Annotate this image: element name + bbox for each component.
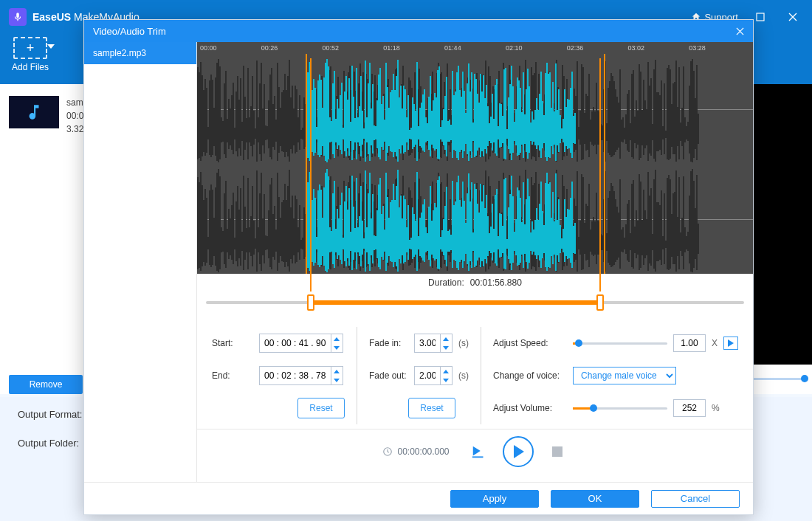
clock-icon <box>382 446 393 457</box>
seconds-unit: (s) <box>458 338 469 348</box>
spin-down-icon[interactable] <box>441 343 452 352</box>
play-icon <box>512 445 524 458</box>
trim-range-slider[interactable] <box>206 291 744 314</box>
play-export-icon <box>471 444 487 459</box>
volume-unit: % <box>712 403 720 413</box>
waveform[interactable] <box>197 54 753 274</box>
range-handle-start[interactable] <box>307 294 314 311</box>
spin-up-icon[interactable] <box>441 334 452 343</box>
music-note-icon <box>24 103 44 122</box>
trim-modal: Video/Audio Trim sample2.mp3 00:0000:260… <box>83 19 754 515</box>
waveform-area[interactable]: 00:0000:2600:5201:1801:4402:1002:3603:02… <box>197 42 753 274</box>
cancel-button[interactable]: Cancel <box>651 490 740 508</box>
spin-down-icon[interactable] <box>331 343 343 352</box>
voice-label: Change of voice: <box>493 370 567 381</box>
remove-button-label: Remove <box>30 379 63 390</box>
close-icon <box>736 27 744 35</box>
window-close-button[interactable] <box>782 7 803 27</box>
add-files-label: Add Files <box>12 62 49 72</box>
speed-slider[interactable] <box>573 336 667 351</box>
svg-rect-0 <box>757 13 764 21</box>
spin-up-icon[interactable] <box>331 367 343 376</box>
end-time-field[interactable] <box>260 367 331 384</box>
start-time-field[interactable] <box>260 334 331 352</box>
seconds-unit: (s) <box>458 370 469 381</box>
speed-unit: X <box>712 338 718 348</box>
clock-value: 00:00:00.000 <box>397 446 449 457</box>
duration-label: Duration: <box>428 277 464 288</box>
stop-icon <box>552 446 562 457</box>
play-button[interactable] <box>503 436 534 467</box>
add-files-icon: + <box>13 37 47 59</box>
fadeout-input[interactable] <box>414 366 453 385</box>
modal-sidebar: sample2.mp3 <box>84 42 197 482</box>
playback-clock: 00:00:00.000 <box>382 446 449 457</box>
main-window: EaseUS MakeMyAudio Support + Add Files <box>0 0 812 521</box>
maximize-icon <box>756 13 765 21</box>
end-label: End: <box>212 370 253 381</box>
preview-speed-button[interactable] <box>723 337 738 350</box>
playback-row: 00:00:00.000 <box>197 429 753 473</box>
sidebar-file-label: sample2.mp3 <box>93 48 146 58</box>
spin-down-icon[interactable] <box>441 376 452 384</box>
end-time-input[interactable] <box>259 366 343 385</box>
voice-select[interactable]: Change male voice <box>573 367 676 384</box>
fadein-label: Fade in: <box>369 338 408 348</box>
preview-slider[interactable] <box>753 368 812 390</box>
file-item[interactable]: samp 00:0 3.32 <box>9 96 88 136</box>
speed-value-input[interactable] <box>673 334 706 352</box>
reset-time-button[interactable]: Reset <box>297 398 345 418</box>
reset-fade-button[interactable]: Reset <box>408 398 455 418</box>
app-title-prefix: EaseUS <box>32 11 71 23</box>
modal-footer: Apply OK Cancel <box>84 482 753 514</box>
fadeout-label: Fade out: <box>369 370 408 381</box>
spin-down-icon[interactable] <box>331 376 343 384</box>
range-handle-end[interactable] <box>596 294 604 311</box>
start-label: Start: <box>212 338 253 348</box>
duration-value: 00:01:56.880 <box>470 277 522 288</box>
timecode-ruler: 00:0000:2600:5201:1801:4402:1002:3603:02… <box>197 42 753 54</box>
speed-label: Adjust Speed: <box>493 338 567 348</box>
add-files-button[interactable]: + Add Files <box>12 34 49 72</box>
export-button[interactable] <box>469 442 489 461</box>
fadein-input[interactable] <box>414 334 453 353</box>
ok-button[interactable]: OK <box>551 490 639 508</box>
modal-titlebar: Video/Audio Trim <box>84 20 753 42</box>
spin-up-icon[interactable] <box>331 334 343 343</box>
fadein-field[interactable] <box>415 334 440 352</box>
play-icon <box>727 339 734 347</box>
controls-grid: Start: End: <box>197 320 753 424</box>
app-logo-icon <box>9 8 27 26</box>
fadeout-field[interactable] <box>415 367 440 384</box>
chevron-down-icon <box>47 44 55 49</box>
volume-slider[interactable] <box>573 401 667 415</box>
modal-close-button[interactable] <box>732 24 747 38</box>
sidebar-file-item[interactable]: sample2.mp3 <box>84 42 196 64</box>
volume-value-input[interactable] <box>673 399 706 417</box>
close-icon <box>788 13 797 21</box>
modal-title: Video/Audio Trim <box>93 26 166 37</box>
start-time-input[interactable] <box>259 334 343 353</box>
duration-row: Duration: 00:01:56.880 <box>197 274 753 291</box>
stop-button[interactable] <box>547 442 568 461</box>
volume-label: Adjust Volume: <box>493 403 567 413</box>
remove-button[interactable]: Remove <box>9 375 83 394</box>
preview-pane <box>753 84 812 365</box>
file-thumbnail <box>9 96 59 128</box>
apply-button[interactable]: Apply <box>450 490 539 508</box>
spin-up-icon[interactable] <box>441 367 452 376</box>
